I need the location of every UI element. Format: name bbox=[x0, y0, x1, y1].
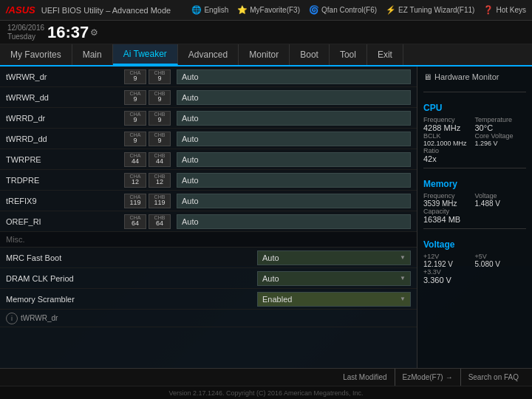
v5-value: 5.080 V bbox=[475, 260, 527, 268]
value-oref-ri: Auto bbox=[177, 214, 411, 229]
v12-item: +12V 12.192 V bbox=[423, 253, 475, 268]
cpu-temp-item: Temperature 30°C bbox=[475, 116, 527, 132]
setting-row-trefix9[interactable]: tREFIX9 CHA 119 CHB 119 Auto bbox=[0, 191, 417, 211]
qfan-control[interactable]: 🌀 Qfan Control(F6) bbox=[309, 5, 377, 15]
cpu-temp-label: Temperature bbox=[475, 116, 527, 123]
cpu-temp-value: 30°C bbox=[475, 123, 527, 132]
ez-mode-label: EzMode(F7) bbox=[403, 373, 443, 381]
top-bar: /ASUS UEFI BIOS Utility – Advanced Mode … bbox=[0, 0, 532, 21]
hot-keys[interactable]: ❓ Hot Keys bbox=[483, 5, 526, 15]
chb-box-5: CHB 12 bbox=[149, 173, 171, 188]
cpu-bclk-voltage: BCLK 102.1000 MHz Core Voltage 1.296 V bbox=[423, 132, 526, 147]
tab-tool[interactable]: Tool bbox=[330, 44, 367, 65]
voltage-section-title: Voltage bbox=[423, 239, 526, 250]
cpu-ratio-item: Ratio 42x bbox=[423, 147, 526, 163]
tab-ai-tweaker[interactable]: Ai Tweaker bbox=[113, 44, 178, 65]
dropdown-mrc-fast-boot[interactable]: Auto bbox=[257, 250, 411, 265]
setting-label-twrwr-dr: tWRWR_dr bbox=[6, 72, 124, 81]
tab-exit[interactable]: Exit bbox=[367, 44, 403, 65]
memory-section-title: Memory bbox=[423, 179, 526, 189]
hardware-monitor-panel: 🖥 Hardware Monitor CPU Frequency 4288 MH… bbox=[417, 66, 532, 368]
setting-row-twrwr-dd[interactable]: tWRWR_dd CHA 9 CHB 9 Auto bbox=[0, 87, 417, 108]
dropdown-dram-clk-period[interactable]: Auto bbox=[257, 271, 411, 286]
tab-advanced[interactable]: Advanced bbox=[178, 44, 239, 65]
channels-twrpre: CHA 44 CHB 44 bbox=[124, 152, 171, 167]
v12-v5: +12V 12.192 V +5V 5.080 V bbox=[423, 253, 526, 268]
setting-row-memory-scrambler[interactable]: Memory Scrambler Enabled bbox=[0, 289, 417, 310]
setting-row-trdpre[interactable]: TRDPRE CHA 12 CHB 12 Auto bbox=[0, 170, 417, 191]
cha-box-7: CHA 64 bbox=[124, 214, 146, 229]
language-selector[interactable]: 🌐 English bbox=[191, 5, 228, 15]
asus-logo: /ASUS bbox=[6, 4, 35, 16]
setting-row-twrrd-dd[interactable]: tWRRD_dd CHA 9 CHB 9 Auto bbox=[0, 129, 417, 149]
v33-item: +3.3V 3.360 V bbox=[423, 268, 526, 284]
setting-row-mrc-fast-boot[interactable]: MRC Fast Boot Auto bbox=[0, 248, 417, 268]
setting-row-twrwr-dr[interactable]: tWRWR_dr CHA 9 CHB 9 Auto bbox=[0, 66, 417, 87]
cha-box-3: CHA 9 bbox=[124, 132, 146, 146]
last-modified-item: Last Modified bbox=[335, 369, 395, 386]
channels-trdpre: CHA 12 CHB 12 bbox=[124, 173, 171, 188]
top-bar-right: 🌐 English ⭐ MyFavorite(F3) 🌀 Qfan Contro… bbox=[191, 5, 526, 15]
cpu-ratio-value: 42x bbox=[423, 154, 526, 163]
ez-tuning-icon: ⚡ bbox=[386, 5, 396, 15]
cpu-bclk-value: 102.1000 MHz bbox=[423, 140, 475, 147]
favorites-label: MyFavorite(F3) bbox=[250, 6, 300, 14]
monitor-icon: 🖥 bbox=[423, 72, 432, 81]
settings-gear-icon[interactable]: ⚙ bbox=[90, 27, 98, 38]
v33-label: +3.3V bbox=[423, 268, 526, 276]
cpu-freq-label: Frequency bbox=[423, 116, 475, 123]
chb-box-7: CHB 64 bbox=[149, 214, 171, 229]
mem-freq-voltage: Frequency 3539 MHz Voltage 1.488 V bbox=[423, 192, 526, 208]
search-faq-button[interactable]: Search on FAQ bbox=[461, 369, 526, 386]
v33-value: 3.360 V bbox=[423, 276, 526, 284]
qfan-label: Qfan Control(F6) bbox=[321, 6, 377, 14]
cha-box-2: CHA 9 bbox=[124, 111, 146, 126]
setting-label-trefix9: tREFIX9 bbox=[6, 197, 124, 205]
cpu-corevoltage-label: Core Voltage bbox=[475, 132, 527, 140]
hotkeys-icon: ❓ bbox=[483, 5, 494, 15]
cpu-freq-value: 4288 MHz bbox=[423, 123, 475, 132]
tab-boot[interactable]: Boot bbox=[290, 44, 330, 65]
setting-row-dram-clk-period[interactable]: DRAM CLK Period Auto bbox=[0, 268, 417, 289]
setting-label-dram-clk-period: DRAM CLK Period bbox=[6, 274, 124, 283]
value-trdpre: Auto bbox=[177, 173, 411, 188]
v12-value: 12.192 V bbox=[423, 260, 475, 268]
ez-tuning-label: EZ Tuning Wizard(F11) bbox=[398, 6, 474, 14]
hw-monitor-title: 🖥 Hardware Monitor bbox=[423, 72, 526, 81]
cpu-freq-item: Frequency 4288 MHz bbox=[423, 116, 475, 132]
setting-label-twrrd-dd: tWRRD_dd bbox=[6, 134, 124, 143]
tab-main[interactable]: Main bbox=[72, 44, 113, 65]
chb-box-0: CHB 9 bbox=[149, 69, 171, 84]
chb-box-6: CHB 119 bbox=[149, 194, 171, 208]
my-favorites-shortcut[interactable]: ⭐ MyFavorite(F3) bbox=[237, 5, 300, 15]
chb-box-3: CHB 9 bbox=[149, 132, 171, 146]
value-twrrd-dr: Auto bbox=[177, 111, 411, 126]
qfan-icon: 🌀 bbox=[309, 5, 319, 15]
setting-label-twrrd-dr: tWRRD_dr bbox=[6, 114, 124, 123]
tab-monitor[interactable]: Monitor bbox=[239, 44, 290, 65]
mem-voltage-label: Voltage bbox=[475, 192, 527, 200]
hot-keys-label: Hot Keys bbox=[496, 6, 526, 14]
setting-row-twrpre[interactable]: TWRPRE CHA 44 CHB 44 Auto bbox=[0, 149, 417, 170]
setting-row-oref-ri[interactable]: OREF_RI CHA 64 CHB 64 Auto bbox=[0, 211, 417, 232]
setting-label-memory-scrambler: Memory Scrambler bbox=[6, 295, 124, 304]
cpu-section-title: CPU bbox=[423, 103, 526, 113]
ez-tuning-wizard[interactable]: ⚡ EZ Tuning Wizard(F11) bbox=[386, 5, 474, 15]
cpu-corevoltage-value: 1.296 V bbox=[475, 140, 527, 147]
ez-mode-button[interactable]: EzMode(F7) → bbox=[395, 369, 461, 386]
dropdown-memory-scrambler[interactable]: Enabled bbox=[257, 292, 411, 307]
time-display: 16:37 bbox=[47, 24, 89, 41]
channels-twrwr-dr: CHA 9 CHB 9 bbox=[124, 69, 171, 84]
language-icon: 🌐 bbox=[191, 5, 202, 15]
info-row: i tWRWR_dr bbox=[0, 310, 417, 327]
setting-row-twrrd-dr[interactable]: tWRRD_dr CHA 9 CHB 9 Auto bbox=[0, 108, 417, 129]
value-twrwr-dd: Auto bbox=[177, 90, 411, 105]
value-twrpre: Auto bbox=[177, 152, 411, 167]
cha-box-6: CHA 119 bbox=[124, 194, 146, 208]
left-panel: tWRWR_dr CHA 9 CHB 9 Auto tWRWR_dd bbox=[0, 66, 417, 368]
favorites-icon: ⭐ bbox=[237, 5, 248, 15]
channels-trefix9: CHA 119 CHB 119 bbox=[124, 194, 171, 208]
tab-my-favorites[interactable]: My Favorites bbox=[0, 44, 72, 65]
footer: Version 2.17.1246. Copyright (C) 2016 Am… bbox=[0, 386, 532, 399]
ez-mode-icon: → bbox=[446, 373, 453, 381]
